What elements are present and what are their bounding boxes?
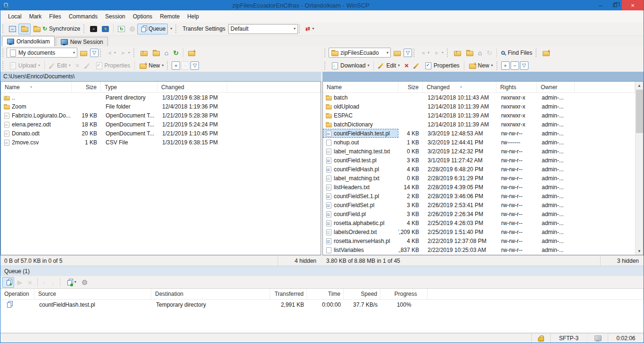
file-row[interactable]: countFieldSet.1.pl 2 KB 2/28/2019 3:46:0…	[323, 192, 635, 201]
file-row[interactable]: countFieldHash.pl 4 KB 2/28/2019 6:48:20…	[323, 165, 635, 174]
new-button[interactable]: New▾	[466, 60, 495, 71]
edit-button[interactable]: Edit▾	[47, 60, 73, 71]
custom-command-button[interactable]: ↯	[99, 24, 111, 34]
unselect-files-button[interactable]: −	[181, 61, 190, 70]
column-header-progress[interactable]: Progress	[380, 289, 428, 299]
filter-button[interactable]: ▽	[90, 49, 99, 57]
file-row[interactable]: batchDictionary 12/14/2018 10:11:39 AM r…	[323, 120, 635, 129]
home-directory-button[interactable]: ⌂	[162, 47, 171, 58]
refresh-button[interactable]: ↻	[171, 47, 181, 58]
file-row[interactable]: labelsOrdered.txt 7,209 KB 2/25/2019 1:5…	[323, 227, 635, 236]
selection-filter-button[interactable]: ▽	[190, 61, 199, 70]
remote-drive-select[interactable]: zipFilesEcuado▾	[329, 48, 391, 58]
rename-button[interactable]	[411, 60, 422, 71]
file-row[interactable]: Donato.odt 20 KB OpenDocument T... 1/21/…	[1, 129, 321, 138]
menu-item[interactable]: Remote	[156, 12, 183, 21]
queue-show-button[interactable]	[2, 277, 14, 288]
refresh-button[interactable]: ↻	[484, 47, 495, 58]
select-files-button[interactable]: +	[172, 61, 180, 70]
file-row[interactable]: Zoom File folder 12/4/2018 1:19:36 PM	[1, 102, 321, 111]
queue-preferences-button[interactable]	[80, 277, 90, 288]
column-header-changed[interactable]: Changed▾	[423, 82, 496, 92]
home-directory-button[interactable]: ⌂	[476, 47, 484, 58]
file-row[interactable]: elena.perez.odt 18 KB OpenDocument T... …	[1, 120, 321, 129]
remote-path-bar[interactable]	[322, 72, 644, 81]
column-header-destination[interactable]: Destination	[151, 289, 270, 299]
selection-filter-button[interactable]: ▽	[520, 61, 528, 70]
column-header-name[interactable]: Name	[323, 82, 398, 92]
file-row[interactable]: Fabrizio.Logiurato.Do... 19 KB OpenDocum…	[1, 111, 321, 120]
queue-move-up-button[interactable]: ↑	[41, 277, 49, 288]
transfer-settings-select[interactable]: Default▾	[228, 24, 298, 34]
column-header-owner[interactable]: Owner	[537, 82, 575, 92]
queue-resume-button[interactable]: ▶	[15, 277, 25, 288]
scroll-up-icon[interactable]: ▲	[637, 82, 641, 89]
panel-transfer-button[interactable]: ↻	[116, 24, 127, 34]
properties-button[interactable]: Properties	[422, 60, 462, 71]
column-header-changed[interactable]: Changed	[157, 82, 227, 92]
root-directory-button[interactable]	[463, 47, 476, 58]
queue-dropdown-button[interactable]: ▾	[168, 24, 174, 34]
file-row[interactable]: listVariables 1,837 KB 2/22/2019 10:25:0…	[323, 245, 635, 254]
unselect-files-button[interactable]: −	[511, 61, 519, 70]
filter-button[interactable]: ▽	[404, 49, 412, 57]
root-directory-button[interactable]	[150, 47, 162, 58]
file-row[interactable]: label_matching.txt 0 KB 2/28/2019 6:31:2…	[323, 174, 635, 183]
queue-item-row[interactable]: countFieldHash.test.pl Temporary directo…	[0, 300, 644, 310]
file-row[interactable]: listHeaders.txt 14 KB 2/28/2019 4:39:05 …	[323, 183, 635, 192]
queue-toggle-button[interactable]: Queue	[137, 24, 168, 34]
menu-item[interactable]: Files	[45, 12, 65, 21]
column-header-operation[interactable]: Operation	[0, 289, 34, 299]
synchronize-button[interactable]: ↻Synchronize	[31, 24, 83, 34]
queue-delete-button[interactable]: ×	[25, 277, 34, 288]
column-header-source[interactable]: Source	[34, 289, 151, 299]
local-drive-select[interactable]: My documents▾	[7, 48, 77, 58]
parent-directory-button[interactable]	[138, 47, 150, 58]
preferences-button[interactable]	[127, 24, 137, 34]
file-row[interactable]: countFieldSet.pl 3 KB 2/26/2019 2:53:41 …	[323, 201, 635, 209]
file-row[interactable]: rosetta.inverseHash.pl 4 KB 2/22/2019 12…	[323, 236, 635, 245]
open-directory-button[interactable]	[391, 47, 403, 58]
transfer-options-button[interactable]: ⇄▾	[303, 24, 316, 34]
column-header-rights[interactable]: Rights	[496, 82, 537, 92]
properties-button[interactable]: Properties	[93, 60, 133, 71]
protocol-status[interactable]: SFTP-3	[550, 334, 587, 343]
menu-item[interactable]: Mark	[25, 12, 46, 21]
forward-button[interactable]: ►▾	[432, 47, 446, 58]
find-files-button[interactable]: Find Files	[499, 47, 535, 58]
file-row[interactable]: countFieldHash.test.pl 4 KB 3/3/2019 12:…	[323, 129, 635, 138]
forward-button[interactable]: ►▾	[118, 47, 132, 58]
queue-move-down-button[interactable]: ↓	[49, 277, 57, 288]
file-row[interactable]: rosetta.alphabetic.pl 4 KB 2/25/2019 4:2…	[323, 218, 635, 227]
queue-operations-button[interactable]: ▾	[63, 277, 79, 288]
encryption-status[interactable]	[531, 334, 550, 343]
local-hidden-count[interactable]: 4 hidden	[278, 256, 321, 266]
minimize-button[interactable]: –	[594, 0, 608, 10]
file-row[interactable]: nohup.out 1 KB 3/2/2019 12:44:41 PM rw--…	[323, 138, 635, 147]
restore-button[interactable]	[608, 0, 622, 10]
session-duration[interactable]: 0:02:06	[608, 334, 644, 343]
session-tab[interactable]: New Session	[56, 37, 108, 46]
column-header-type[interactable]: Type	[101, 82, 157, 92]
scrollbar-thumb[interactable]	[636, 90, 643, 133]
close-button[interactable]: ×	[622, 0, 644, 10]
follow-symlinks-button[interactable]	[540, 47, 552, 58]
menu-item[interactable]: Commands	[65, 12, 101, 21]
open-console-button[interactable]: >	[88, 24, 99, 34]
synchronize-browsing-button[interactable]	[18, 24, 31, 34]
column-header-speed[interactable]: Speed	[344, 289, 380, 299]
column-header-size[interactable]: Size	[72, 82, 101, 92]
file-row[interactable]: label_matching.test.txt 0 KB 3/2/2019 12…	[323, 147, 635, 156]
parent-directory-button[interactable]	[451, 47, 463, 58]
queue-header[interactable]: Queue (1)	[0, 266, 644, 276]
new-button[interactable]: New▾	[137, 60, 166, 71]
vertical-scrollbar[interactable]: ▲ ▼	[635, 82, 643, 255]
file-row[interactable]: .. Parent directory 1/31/2019 6:38:18 PM	[1, 93, 321, 102]
file-row[interactable]: countField.test.pl 3 KB 3/1/2019 11:27:4…	[323, 156, 635, 165]
column-header-name[interactable]: Name▾	[1, 82, 72, 92]
back-button[interactable]: ◄▾	[418, 47, 432, 58]
menu-item[interactable]: Local	[4, 12, 25, 21]
column-header-time[interactable]: Time	[307, 289, 344, 299]
download-button[interactable]: Download▾	[329, 60, 372, 71]
scroll-down-icon[interactable]: ▼	[637, 247, 641, 255]
